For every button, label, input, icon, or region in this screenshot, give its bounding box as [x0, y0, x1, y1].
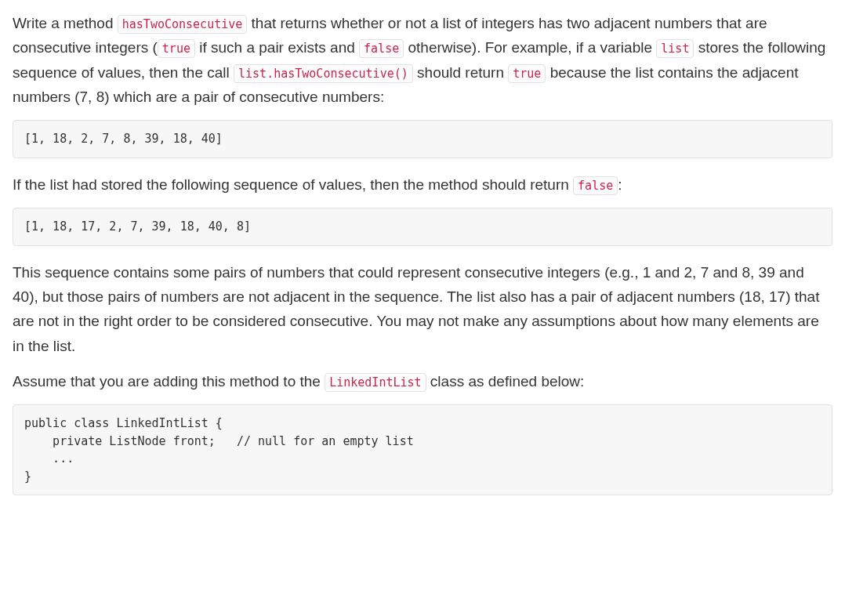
code-block-class-def: public class LinkedIntList { private Lis…: [13, 404, 832, 495]
text: class as defined below:: [426, 373, 585, 390]
code-method-name: hasTwoConsecutive: [118, 15, 248, 34]
text: :: [618, 176, 622, 193]
false-case-paragraph: If the list had stored the following seq…: [13, 172, 832, 197]
code-class-name: LinkedIntList: [325, 373, 426, 392]
text: should return: [413, 64, 508, 81]
text: If the list had stored the following seq…: [13, 176, 573, 193]
text: Write a method: [13, 15, 118, 31]
code-false: false: [359, 39, 404, 58]
text: otherwise). For example, if a variable: [404, 39, 656, 56]
code-call: list.hasTwoConsecutive(): [234, 64, 413, 83]
code-false-2: false: [573, 176, 618, 195]
explanation-paragraph: This sequence contains some pairs of num…: [13, 260, 832, 358]
code-true: true: [158, 39, 195, 58]
code-block-example-false: [1, 18, 17, 2, 7, 39, 18, 40, 8]: [13, 208, 832, 246]
assume-paragraph: Assume that you are adding this method t…: [13, 369, 832, 393]
code-true-2: true: [508, 64, 546, 83]
code-block-example-true: [1, 18, 2, 7, 8, 39, 18, 40]: [13, 120, 832, 158]
text: Assume that you are adding this method t…: [13, 373, 325, 390]
code-list: list: [656, 39, 694, 58]
text: if such a pair exists and: [195, 39, 359, 56]
intro-paragraph: Write a method hasTwoConsecutive that re…: [13, 11, 832, 109]
